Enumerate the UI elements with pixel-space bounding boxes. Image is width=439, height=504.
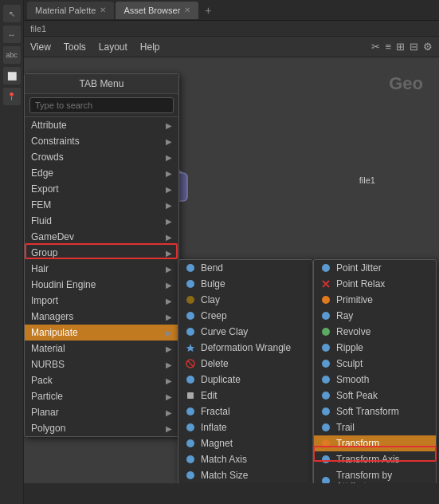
- submenu-item-right[interactable]: Soft Transform: [314, 404, 436, 419]
- svg-point-31: [322, 455, 330, 463]
- submenu-item-left[interactable]: Inflate: [178, 419, 312, 435]
- tab-material-palette[interactable]: Material Palette ✕: [27, 2, 114, 19]
- menu-layout[interactable]: Layout: [99, 41, 127, 53]
- tab-menu-item[interactable]: NURBS▶: [25, 356, 178, 372]
- submenu-item-left[interactable]: Fractal: [178, 404, 312, 419]
- submenu-item-left[interactable]: Magnet: [178, 435, 312, 451]
- svg-point-6: [186, 312, 194, 320]
- submenu-item-left[interactable]: Bend: [178, 260, 312, 276]
- tab-asset-browser[interactable]: Asset Browser ✕: [116, 2, 198, 19]
- menu-help[interactable]: Help: [140, 41, 160, 53]
- submenu-icon: [185, 358, 196, 369]
- svg-point-26: [322, 376, 330, 384]
- submenu-item-right[interactable]: Primitive: [314, 292, 436, 308]
- submenu-item-right[interactable]: Transform Axis: [314, 451, 436, 467]
- submenu-item-right[interactable]: Smooth: [314, 372, 436, 388]
- submenu-item-right[interactable]: Transform: [314, 435, 436, 451]
- tab-menu-item[interactable]: Crowds▶: [25, 149, 178, 165]
- submenu-item-right[interactable]: Sculpt: [314, 356, 436, 372]
- tab-menu-item[interactable]: Material▶: [25, 341, 178, 356]
- tab-menu-item[interactable]: Polygon▶: [25, 420, 178, 436]
- tab-menu-item[interactable]: Group▶: [25, 245, 178, 261]
- submenu-item-left[interactable]: Bulge: [178, 276, 312, 292]
- tab-menu-item[interactable]: Houdini Engine▶: [25, 277, 178, 293]
- submenu-item-right[interactable]: Trail: [314, 419, 436, 435]
- menu-icon-grid1[interactable]: ⊞: [396, 41, 405, 53]
- tab-menu-item[interactable]: Export▶: [25, 181, 178, 197]
- svg-point-3: [186, 264, 194, 272]
- menu-tools[interactable]: Tools: [64, 41, 86, 53]
- toolbar-icon-text[interactable]: abc: [3, 46, 21, 64]
- tab-menu-item[interactable]: Fluid▶: [25, 213, 178, 229]
- submenu-item-left[interactable]: Match Size: [178, 467, 312, 483]
- submenu-item-right[interactable]: Ray: [314, 308, 436, 324]
- svg-point-29: [322, 423, 330, 431]
- submenu-item-left[interactable]: Curve Clay: [178, 324, 312, 340]
- tab-menu: TAB Menu Attribute▶Constraints▶Crowds▶Ed…: [24, 73, 179, 437]
- tab-menu-item[interactable]: Pack▶: [25, 372, 178, 388]
- menu-view[interactable]: View: [30, 41, 51, 53]
- file1-label: file1: [359, 175, 375, 185]
- toolbar-icon-arrow[interactable]: ↖: [3, 5, 21, 22]
- svg-point-25: [322, 360, 330, 368]
- menu-icon-list[interactable]: ≡: [385, 41, 391, 53]
- submenu-icon: [185, 406, 196, 417]
- submenu-icon: [320, 406, 331, 417]
- tab-menu-item[interactable]: FEM▶: [25, 197, 178, 213]
- submenu-icon: [320, 342, 331, 353]
- submenu-item-left[interactable]: Deformation Wrangle: [178, 340, 312, 356]
- svg-point-32: [322, 477, 330, 483]
- submenu-item-right[interactable]: Revolve: [314, 324, 436, 340]
- menu-icon-grid2[interactable]: ⊟: [410, 41, 418, 53]
- tab-menu-item[interactable]: Particle▶: [25, 388, 178, 404]
- submenu-item-right[interactable]: Ripple: [314, 340, 436, 356]
- svg-point-22: [322, 312, 330, 320]
- submenu-item-right[interactable]: Point Relax: [314, 276, 436, 292]
- tab-menu-item[interactable]: Managers▶: [25, 309, 178, 325]
- submenu-item-left[interactable]: Delete: [178, 356, 312, 372]
- submenu-icon: [185, 342, 196, 353]
- submenu-item-left[interactable]: Match Axis: [178, 451, 312, 467]
- submenu-icon: [320, 262, 331, 274]
- toolbar-icon-pin[interactable]: 📍: [3, 88, 21, 105]
- submenu-icon: [320, 310, 331, 321]
- tab-menu-item[interactable]: Planar▶: [25, 404, 178, 420]
- submenu-item-left[interactable]: Creep: [178, 308, 312, 324]
- submenu-manipulate-right: Point JitterPoint RelaxPrimitiveRayRevol…: [313, 259, 437, 483]
- svg-point-7: [186, 328, 194, 336]
- tab-close-material[interactable]: ✕: [100, 6, 106, 14]
- tab-menu-item[interactable]: Manipulate▶: [25, 325, 178, 341]
- tab-menu-item[interactable]: Hair▶: [25, 261, 178, 277]
- menu-bar: View Tools Layout Help ✂ ≡ ⊞ ⊟ ⚙: [24, 37, 439, 57]
- tab-menu-items: Attribute▶Constraints▶Crowds▶Edge▶Export…: [25, 117, 178, 436]
- submenu-manipulate: BendBulgeClayCreepCurve ClayDeformation …: [178, 259, 313, 483]
- svg-point-27: [322, 392, 330, 400]
- submenu-item-left[interactable]: Edit: [178, 388, 312, 404]
- submenu-item-right[interactable]: Transform by Attribute: [314, 467, 436, 483]
- submenu-icon: [185, 278, 196, 289]
- menu-icon-gear[interactable]: ⚙: [423, 41, 433, 53]
- tab-menu-search-input[interactable]: [29, 97, 174, 113]
- submenu-item-left[interactable]: Clay: [178, 292, 312, 308]
- tab-menu-item[interactable]: Import▶: [25, 293, 178, 309]
- tab-menu-item[interactable]: Attribute▶: [25, 117, 178, 133]
- tab-add-button[interactable]: +: [200, 2, 216, 18]
- tab-menu-item[interactable]: Edge▶: [25, 165, 178, 181]
- toolbar-icon-box[interactable]: ⬜: [3, 67, 21, 85]
- svg-point-18: [322, 264, 330, 272]
- main-area: Material Palette ✕ Asset Browser ✕ + fil…: [24, 0, 439, 504]
- submenu-icon: [320, 358, 331, 369]
- toolbar-icon-move[interactable]: ↔: [3, 26, 21, 43]
- tab-menu-item[interactable]: GameDev▶: [25, 229, 178, 245]
- submenu-item-left[interactable]: Duplicate: [178, 372, 312, 388]
- svg-point-21: [322, 296, 330, 304]
- tab-close-asset[interactable]: ✕: [184, 6, 190, 14]
- submenu-item-right[interactable]: Point Jitter: [314, 260, 436, 276]
- svg-marker-8: [186, 344, 194, 352]
- svg-point-4: [186, 280, 194, 288]
- submenu-item-right[interactable]: Soft Peak: [314, 388, 436, 404]
- tab-menu-item[interactable]: Constraints▶: [25, 133, 178, 149]
- menu-icon-scissors[interactable]: ✂: [371, 41, 380, 53]
- submenu-icon: [320, 390, 331, 401]
- submenu-icon: [185, 310, 196, 321]
